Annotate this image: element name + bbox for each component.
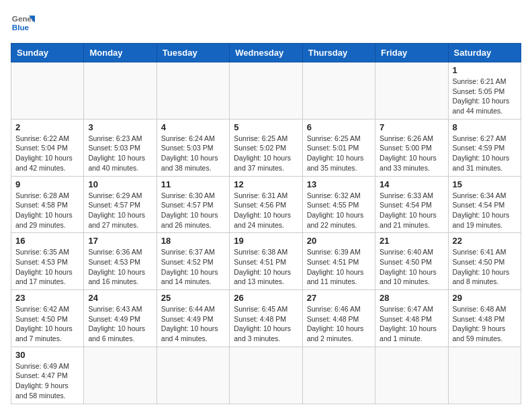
weekday-header-sunday: Sunday <box>11 44 84 62</box>
day-info: Sunrise: 6:49 AM Sunset: 4:47 PM Dayligh… <box>15 361 79 401</box>
weekday-header-friday: Friday <box>375 44 448 62</box>
day-number: 20 <box>307 236 371 246</box>
day-info: Sunrise: 6:34 AM Sunset: 4:54 PM Dayligh… <box>453 191 517 230</box>
day-number: 23 <box>15 293 79 303</box>
calendar-cell: 27Sunrise: 6:46 AM Sunset: 4:48 PM Dayli… <box>302 290 375 347</box>
day-info: Sunrise: 6:32 AM Sunset: 4:55 PM Dayligh… <box>307 191 371 230</box>
calendar-cell: 2Sunrise: 6:22 AM Sunset: 5:04 PM Daylig… <box>11 119 84 176</box>
calendar-cell: 19Sunrise: 6:38 AM Sunset: 4:51 PM Dayli… <box>230 233 302 290</box>
calendar-cell: 28Sunrise: 6:47 AM Sunset: 4:48 PM Dayli… <box>375 290 448 347</box>
day-info: Sunrise: 6:24 AM Sunset: 5:03 PM Dayligh… <box>161 134 225 173</box>
week-row-6: 30Sunrise: 6:49 AM Sunset: 4:47 PM Dayli… <box>11 347 521 404</box>
calendar-cell <box>230 347 302 404</box>
week-row-1: 1Sunrise: 6:21 AM Sunset: 5:05 PM Daylig… <box>11 62 521 120</box>
day-number: 25 <box>161 293 225 303</box>
day-info: Sunrise: 6:33 AM Sunset: 4:54 PM Dayligh… <box>380 191 443 230</box>
week-row-4: 16Sunrise: 6:35 AM Sunset: 4:53 PM Dayli… <box>11 233 521 290</box>
calendar-cell: 18Sunrise: 6:37 AM Sunset: 4:52 PM Dayli… <box>157 233 229 290</box>
week-row-2: 2Sunrise: 6:22 AM Sunset: 5:04 PM Daylig… <box>11 119 521 176</box>
weekday-header-row: SundayMondayTuesdayWednesdayThursdayFrid… <box>11 44 521 62</box>
calendar-cell: 11Sunrise: 6:30 AM Sunset: 4:57 PM Dayli… <box>157 176 229 233</box>
calendar-cell: 8Sunrise: 6:27 AM Sunset: 4:59 PM Daylig… <box>448 119 521 176</box>
day-number: 14 <box>380 179 443 189</box>
day-info: Sunrise: 6:31 AM Sunset: 4:56 PM Dayligh… <box>234 191 298 230</box>
day-number: 19 <box>234 236 298 246</box>
day-info: Sunrise: 6:37 AM Sunset: 4:52 PM Dayligh… <box>161 247 225 287</box>
day-number: 28 <box>380 293 443 303</box>
calendar-cell <box>157 347 229 404</box>
weekday-header-wednesday: Wednesday <box>230 44 302 62</box>
calendar-cell: 20Sunrise: 6:39 AM Sunset: 4:51 PM Dayli… <box>302 233 375 290</box>
day-number: 6 <box>307 122 371 132</box>
day-number: 2 <box>15 122 79 132</box>
calendar-cell: 7Sunrise: 6:26 AM Sunset: 5:00 PM Daylig… <box>375 119 448 176</box>
day-info: Sunrise: 6:29 AM Sunset: 4:57 PM Dayligh… <box>88 191 152 230</box>
calendar-cell <box>84 347 157 404</box>
calendar-cell <box>375 62 448 120</box>
day-info: Sunrise: 6:22 AM Sunset: 5:04 PM Dayligh… <box>15 134 79 173</box>
calendar-cell: 23Sunrise: 6:42 AM Sunset: 4:50 PM Dayli… <box>11 290 84 347</box>
day-info: Sunrise: 6:38 AM Sunset: 4:51 PM Dayligh… <box>234 247 298 287</box>
calendar-cell: 29Sunrise: 6:48 AM Sunset: 4:48 PM Dayli… <box>448 290 521 347</box>
day-number: 1 <box>453 65 517 75</box>
calendar-cell <box>302 347 375 404</box>
calendar-cell: 1Sunrise: 6:21 AM Sunset: 5:05 PM Daylig… <box>448 62 521 120</box>
day-info: Sunrise: 6:25 AM Sunset: 5:02 PM Dayligh… <box>234 134 298 173</box>
day-info: Sunrise: 6:41 AM Sunset: 4:50 PM Dayligh… <box>453 247 517 287</box>
day-number: 22 <box>453 236 517 246</box>
calendar-cell <box>375 347 448 404</box>
logo-icon: General Blue <box>11 11 35 35</box>
calendar-cell <box>302 62 375 120</box>
calendar-cell: 17Sunrise: 6:36 AM Sunset: 4:53 PM Dayli… <box>84 233 157 290</box>
calendar-cell: 26Sunrise: 6:45 AM Sunset: 4:48 PM Dayli… <box>230 290 302 347</box>
weekday-header-thursday: Thursday <box>302 44 375 62</box>
day-info: Sunrise: 6:25 AM Sunset: 5:01 PM Dayligh… <box>307 134 371 173</box>
calendar-cell: 24Sunrise: 6:43 AM Sunset: 4:49 PM Dayli… <box>84 290 157 347</box>
calendar-cell: 5Sunrise: 6:25 AM Sunset: 5:02 PM Daylig… <box>230 119 302 176</box>
weekday-header-tuesday: Tuesday <box>157 44 229 62</box>
calendar-cell: 21Sunrise: 6:40 AM Sunset: 4:50 PM Dayli… <box>375 233 448 290</box>
calendar-cell: 14Sunrise: 6:33 AM Sunset: 4:54 PM Dayli… <box>375 176 448 233</box>
calendar-cell <box>84 62 157 120</box>
day-number: 12 <box>234 179 298 189</box>
day-info: Sunrise: 6:44 AM Sunset: 4:49 PM Dayligh… <box>161 304 225 344</box>
day-info: Sunrise: 6:42 AM Sunset: 4:50 PM Dayligh… <box>15 304 79 344</box>
day-number: 5 <box>234 122 298 132</box>
calendar-cell <box>230 62 302 120</box>
day-number: 10 <box>88 179 152 189</box>
week-row-3: 9Sunrise: 6:28 AM Sunset: 4:58 PM Daylig… <box>11 176 521 233</box>
day-info: Sunrise: 6:30 AM Sunset: 4:57 PM Dayligh… <box>161 191 225 230</box>
day-number: 8 <box>453 122 517 132</box>
day-number: 7 <box>380 122 443 132</box>
calendar-cell: 30Sunrise: 6:49 AM Sunset: 4:47 PM Dayli… <box>11 347 84 404</box>
calendar: SundayMondayTuesdayWednesdayThursdayFrid… <box>11 43 521 404</box>
day-number: 29 <box>453 293 517 303</box>
calendar-cell <box>11 62 84 120</box>
day-number: 18 <box>161 236 225 246</box>
day-number: 4 <box>161 122 225 132</box>
day-number: 21 <box>380 236 443 246</box>
day-info: Sunrise: 6:26 AM Sunset: 5:00 PM Dayligh… <box>380 134 443 173</box>
day-number: 16 <box>15 236 79 246</box>
day-info: Sunrise: 6:47 AM Sunset: 4:48 PM Dayligh… <box>380 304 443 344</box>
calendar-cell <box>157 62 229 120</box>
header: General Blue <box>11 11 521 35</box>
calendar-cell: 10Sunrise: 6:29 AM Sunset: 4:57 PM Dayli… <box>84 176 157 233</box>
day-number: 30 <box>15 350 79 360</box>
day-number: 13 <box>307 179 371 189</box>
day-info: Sunrise: 6:45 AM Sunset: 4:48 PM Dayligh… <box>234 304 298 344</box>
svg-text:Blue: Blue <box>12 23 30 32</box>
day-info: Sunrise: 6:40 AM Sunset: 4:50 PM Dayligh… <box>380 247 443 287</box>
logo: General Blue <box>11 11 38 35</box>
day-info: Sunrise: 6:39 AM Sunset: 4:51 PM Dayligh… <box>307 247 371 287</box>
day-number: 11 <box>161 179 225 189</box>
calendar-cell: 22Sunrise: 6:41 AM Sunset: 4:50 PM Dayli… <box>448 233 521 290</box>
day-info: Sunrise: 6:36 AM Sunset: 4:53 PM Dayligh… <box>88 247 152 287</box>
day-number: 9 <box>15 179 79 189</box>
day-number: 17 <box>88 236 152 246</box>
calendar-cell <box>448 347 521 404</box>
calendar-cell: 3Sunrise: 6:23 AM Sunset: 5:03 PM Daylig… <box>84 119 157 176</box>
day-info: Sunrise: 6:27 AM Sunset: 4:59 PM Dayligh… <box>453 134 517 173</box>
day-info: Sunrise: 6:23 AM Sunset: 5:03 PM Dayligh… <box>88 134 152 173</box>
weekday-header-monday: Monday <box>84 44 157 62</box>
